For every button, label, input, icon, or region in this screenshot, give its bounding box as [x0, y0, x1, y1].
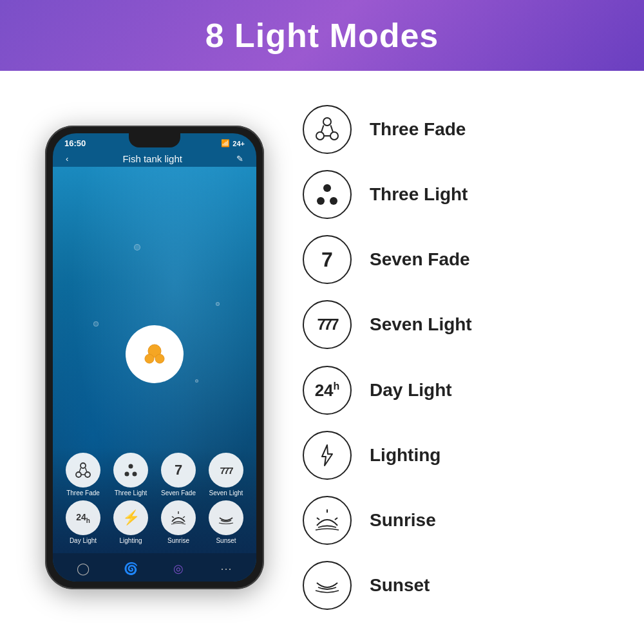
central-mode-icon: [126, 325, 184, 383]
three-light-circle: [303, 170, 352, 219]
phone-device: 16:50 📶 24+ ‹ Fish tank light ✎: [45, 126, 264, 589]
btn-lighting[interactable]: ⚡ Lighting: [113, 500, 148, 544]
lighting-name: Lighting: [370, 445, 440, 466]
sunrise-circle: [303, 496, 352, 545]
svg-point-3: [80, 463, 86, 468]
sunrise-label: Sunrise: [167, 537, 189, 544]
seven-light-label: Seven Light: [209, 489, 243, 497]
lighting-label: Lighting: [119, 537, 142, 544]
day-light-number: 24h: [315, 381, 340, 399]
phone-bottom-tabs: ◯ 🌀 ◎ ⋯: [53, 553, 256, 582]
seven-light-circle: 777: [303, 300, 352, 349]
mode-item-seven-fade: 7 Seven Fade: [303, 232, 625, 287]
three-light-name: Three Light: [370, 184, 468, 205]
sunrise-icon: [161, 500, 196, 535]
svg-marker-24: [322, 445, 332, 466]
bubble: [216, 302, 220, 306]
seven-fade-circle: 7: [303, 235, 352, 284]
seven-fade-icon: 7: [161, 453, 196, 488]
day-light-icon: 24h: [66, 500, 100, 535]
btn-three-light[interactable]: Three Light: [113, 453, 148, 497]
mode-item-three-light: Three Light: [303, 167, 625, 222]
sunrise-name: Sunrise: [370, 510, 436, 531]
svg-point-9: [129, 464, 133, 469]
phone-notch: [129, 133, 180, 147]
btn-seven-fade[interactable]: 7 Seven Fade: [161, 453, 196, 497]
seven-fade-name: Seven Fade: [370, 249, 470, 270]
three-fade-icon: [66, 453, 100, 488]
sunset-icon: [209, 500, 243, 535]
status-icons: 📶 24+: [221, 139, 245, 147]
seven-light-number: 777: [317, 317, 337, 332]
mode-item-day-light: 24h Day Light: [303, 363, 625, 417]
mode-buttons: Three Fade: [53, 448, 256, 553]
phone-section: 16:50 📶 24+ ‹ Fish tank light ✎: [19, 84, 290, 631]
day-light-circle: 24h: [303, 366, 352, 415]
mode-item-sunset: Sunset: [303, 558, 625, 612]
btn-three-fade[interactable]: Three Fade: [66, 453, 100, 497]
svg-point-23: [330, 197, 337, 205]
tab-palette[interactable]: 🌀: [120, 558, 141, 579]
svg-point-10: [125, 472, 129, 477]
page-title: 8 Light Modes: [205, 16, 439, 55]
aquarium-background: Three Fade: [53, 167, 256, 553]
svg-line-27: [335, 518, 337, 520]
svg-point-16: [316, 132, 324, 140]
svg-point-5: [85, 472, 90, 477]
header: 8 Light Modes: [0, 0, 644, 71]
edit-icon[interactable]: ✎: [236, 154, 243, 164]
seven-light-name: Seven Light: [370, 314, 472, 335]
svg-line-14: [183, 516, 185, 518]
sunset-circle: [303, 561, 352, 610]
mode-row-1: Three Fade: [59, 453, 250, 497]
status-bar: 16:50 📶 24+: [53, 133, 256, 151]
phone-nav: ‹ Fish tank light ✎: [53, 151, 256, 167]
sunset-name: Sunset: [370, 575, 430, 596]
svg-line-26: [317, 518, 319, 520]
svg-point-2: [155, 354, 164, 363]
three-fade-name: Three Fade: [370, 119, 466, 140]
tab-modes[interactable]: ◎: [168, 558, 189, 579]
svg-line-18: [321, 125, 324, 132]
lighting-circle: [303, 431, 352, 480]
svg-point-17: [330, 132, 338, 140]
btn-seven-light[interactable]: 777 Seven Light: [209, 453, 243, 497]
svg-line-13: [172, 516, 174, 518]
svg-point-21: [323, 184, 331, 192]
svg-line-19: [331, 125, 334, 132]
three-fade-label: Three Fade: [66, 489, 100, 497]
svg-point-11: [133, 472, 137, 477]
svg-point-4: [76, 472, 81, 477]
seven-light-icon: 777: [209, 453, 243, 488]
tab-home[interactable]: ◯: [73, 558, 93, 579]
phone-time: 16:50: [64, 138, 86, 148]
seven-fade-number: 7: [321, 249, 333, 270]
day-light-label: Day Light: [70, 537, 97, 544]
sunset-label: Sunset: [216, 537, 236, 544]
three-light-icon: [113, 453, 148, 488]
main-content: 16:50 📶 24+ ‹ Fish tank light ✎: [0, 71, 644, 644]
btn-day-light[interactable]: 24h Day Light: [66, 500, 100, 544]
day-light-name: Day Light: [370, 380, 452, 401]
tab-more[interactable]: ⋯: [216, 558, 236, 579]
seven-fade-label: Seven Fade: [161, 489, 196, 497]
modes-list: Three Fade Three Light 7 Seven Fade 77: [303, 84, 625, 631]
three-fade-circle: [303, 105, 352, 154]
mode-item-sunrise: Sunrise: [303, 493, 625, 547]
wifi-icon: 📶: [221, 139, 230, 147]
svg-line-7: [86, 468, 88, 473]
mode-item-seven-light: 777 Seven Light: [303, 298, 625, 352]
svg-point-1: [145, 354, 154, 363]
svg-point-22: [317, 197, 325, 205]
svg-line-6: [79, 468, 81, 473]
btn-sunset[interactable]: Sunset: [209, 500, 243, 544]
btn-sunrise[interactable]: Sunrise: [161, 500, 196, 544]
phone-screen: 16:50 📶 24+ ‹ Fish tank light ✎: [53, 133, 256, 582]
mode-item-three-fade: Three Fade: [303, 102, 625, 156]
mode-row-2: 24h Day Light ⚡ Lighting: [59, 500, 250, 544]
mode-item-lighting: Lighting: [303, 428, 625, 482]
svg-point-15: [323, 118, 331, 126]
lighting-icon: ⚡: [113, 500, 148, 535]
battery-icon: 24+: [232, 140, 245, 147]
back-icon[interactable]: ‹: [66, 154, 68, 164]
